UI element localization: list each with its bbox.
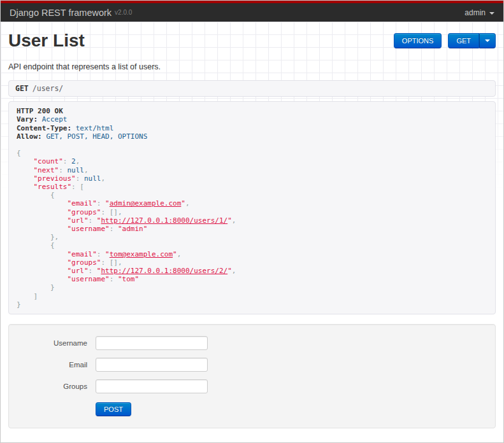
code-token: "groups"	[67, 208, 101, 216]
options-button[interactable]: OPTIONS	[394, 33, 442, 48]
code-token: : [],	[101, 258, 122, 267]
code-token	[17, 233, 50, 241]
code-token	[17, 166, 34, 174]
code-token: : [],	[101, 208, 122, 216]
code-token: Allow:	[17, 132, 42, 141]
form-row: Username	[9, 336, 495, 350]
code-token	[17, 208, 67, 216]
code-token: :	[89, 267, 97, 275]
code-token	[17, 157, 34, 165]
page: Django REST framework v2.0.0 admin User …	[0, 0, 504, 443]
code-token	[17, 199, 67, 207]
main-content: User List OPTIONS GET API endpoint that …	[1, 31, 503, 428]
code-token: "username"	[67, 275, 109, 283]
code-token: {	[17, 149, 21, 157]
get-dropdown-toggle[interactable]	[479, 33, 496, 48]
code-token: "email"	[67, 199, 96, 207]
code-token	[17, 216, 67, 225]
code-token	[71, 124, 76, 132]
code-token: 2	[71, 157, 76, 165]
code-token: GET, POST, HEAD, OPTIONS	[46, 132, 147, 141]
brand: Django REST framework	[10, 8, 112, 18]
code-token: ,	[177, 250, 182, 258]
code-token: :	[110, 225, 118, 233]
code-token: "	[181, 199, 185, 207]
code-token	[17, 183, 34, 191]
response-body: HTTP 200 OK Vary: Accept Content-Type: t…	[8, 101, 496, 314]
code-token: :	[63, 157, 71, 165]
username-field[interactable]	[96, 336, 208, 350]
code-token: ,	[101, 174, 105, 183]
code-token: "	[105, 250, 110, 258]
code-token: "url"	[67, 216, 88, 225]
get-button[interactable]: GET	[448, 33, 479, 48]
code-token: :	[59, 166, 67, 174]
request-method: GET	[15, 84, 29, 93]
code-token: :	[97, 199, 105, 207]
code-token: "	[227, 216, 232, 225]
code-token: "previous"	[34, 174, 76, 183]
user-menu-label: admin	[464, 8, 486, 17]
code-token: "url"	[67, 267, 88, 275]
groups-field[interactable]	[96, 379, 208, 393]
code-token: "next"	[34, 166, 59, 174]
code-token: "	[227, 267, 232, 275]
code-token	[17, 191, 50, 199]
code-token: Content-Type:	[17, 124, 71, 132]
json-link[interactable]: http://127.0.0.1:8000/users/1/	[101, 216, 227, 225]
page-header: User List OPTIONS GET	[8, 31, 496, 51]
action-buttons: OPTIONS GET	[394, 33, 496, 48]
code-token: : [	[71, 183, 84, 191]
post-button[interactable]: POST	[96, 402, 131, 416]
code-token	[17, 174, 34, 183]
form-actions: POST	[9, 402, 495, 416]
code-token: text/html	[76, 124, 114, 132]
request-path: /users/	[32, 84, 63, 93]
code-token: {	[50, 191, 55, 199]
json-link[interactable]: admin@example.com	[110, 199, 182, 207]
get-button-group: GET	[448, 33, 496, 48]
brand-version: v2.0.0	[115, 9, 132, 16]
code-token: :	[76, 174, 84, 183]
code-token: ,	[76, 157, 80, 165]
groups-label: Groups	[9, 383, 96, 390]
code-token	[17, 292, 34, 300]
caret-down-icon	[489, 12, 494, 15]
code-token: Accept	[42, 115, 68, 123]
code-token: "count"	[34, 157, 63, 165]
code-token: HTTP 200 OK	[17, 107, 63, 115]
code-token	[17, 275, 67, 283]
code-token	[17, 241, 50, 250]
code-token: }	[17, 300, 21, 309]
email-label: Email	[9, 361, 96, 369]
json-link[interactable]: http://127.0.0.1:8000/users/2/	[101, 267, 227, 275]
code-token: "results"	[34, 183, 72, 191]
caret-down-icon	[485, 39, 490, 42]
code-token: }	[50, 283, 55, 292]
code-token: null	[84, 174, 101, 183]
post-form: Username Email Groups POST	[8, 324, 496, 428]
code-token: "	[105, 199, 110, 207]
user-menu-dropdown[interactable]: admin	[464, 8, 494, 17]
page-title: User List	[8, 31, 85, 51]
endpoint-description: API endpoint that represents a list of u…	[8, 62, 496, 71]
code-token: ,	[185, 199, 190, 207]
code-token: :	[89, 216, 97, 225]
json-link[interactable]: tom@example.com	[110, 250, 173, 258]
code-token: {	[50, 241, 55, 250]
code-token	[17, 283, 50, 292]
code-token: "username"	[67, 225, 109, 233]
code-token	[17, 267, 67, 275]
code-token: "groups"	[67, 258, 101, 267]
code-token: ]	[34, 292, 38, 300]
email-field[interactable]	[96, 358, 208, 372]
request-bar: GET/users/	[8, 80, 496, 97]
code-token: :	[110, 275, 118, 283]
code-token: "admin"	[118, 225, 147, 233]
code-token	[17, 225, 67, 233]
code-token: ,	[232, 216, 236, 225]
code-token: ,	[84, 166, 89, 174]
code-token	[17, 258, 67, 267]
code-token: "	[173, 250, 177, 258]
code-token	[38, 115, 42, 123]
